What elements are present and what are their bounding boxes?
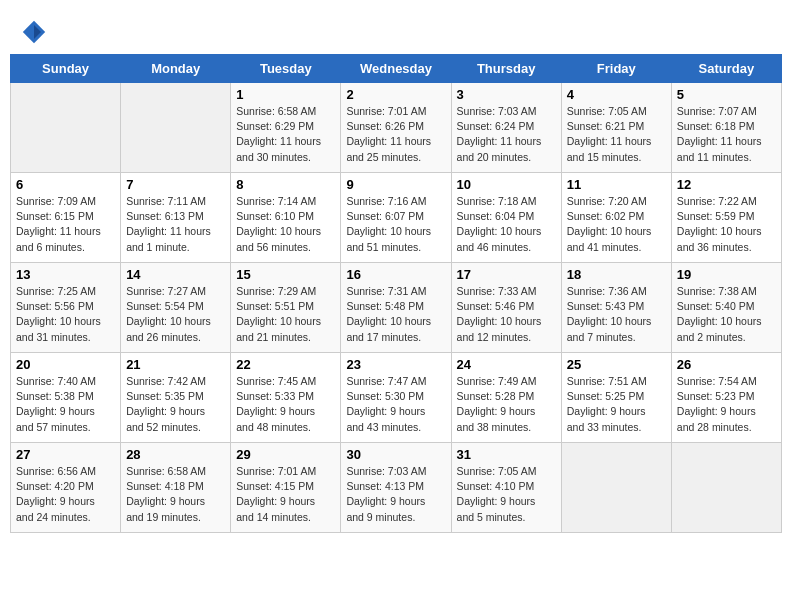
day-number: 2 — [346, 87, 445, 102]
calendar-cell: 13Sunrise: 7:25 AM Sunset: 5:56 PM Dayli… — [11, 263, 121, 353]
calendar-cell: 9Sunrise: 7:16 AM Sunset: 6:07 PM Daylig… — [341, 173, 451, 263]
day-number: 30 — [346, 447, 445, 462]
day-detail: Sunrise: 7:01 AM Sunset: 4:15 PM Dayligh… — [236, 464, 335, 525]
day-header-wednesday: Wednesday — [341, 55, 451, 83]
day-detail: Sunrise: 7:49 AM Sunset: 5:28 PM Dayligh… — [457, 374, 556, 435]
day-detail: Sunrise: 6:58 AM Sunset: 6:29 PM Dayligh… — [236, 104, 335, 165]
day-number: 11 — [567, 177, 666, 192]
calendar-cell: 16Sunrise: 7:31 AM Sunset: 5:48 PM Dayli… — [341, 263, 451, 353]
day-header-friday: Friday — [561, 55, 671, 83]
day-number: 22 — [236, 357, 335, 372]
day-detail: Sunrise: 7:38 AM Sunset: 5:40 PM Dayligh… — [677, 284, 776, 345]
day-number: 15 — [236, 267, 335, 282]
day-detail: Sunrise: 7:05 AM Sunset: 6:21 PM Dayligh… — [567, 104, 666, 165]
calendar-cell: 26Sunrise: 7:54 AM Sunset: 5:23 PM Dayli… — [671, 353, 781, 443]
calendar-cell — [121, 83, 231, 173]
day-number: 9 — [346, 177, 445, 192]
day-header-sunday: Sunday — [11, 55, 121, 83]
day-number: 21 — [126, 357, 225, 372]
calendar-cell: 31Sunrise: 7:05 AM Sunset: 4:10 PM Dayli… — [451, 443, 561, 533]
calendar-cell: 27Sunrise: 6:56 AM Sunset: 4:20 PM Dayli… — [11, 443, 121, 533]
day-detail: Sunrise: 7:18 AM Sunset: 6:04 PM Dayligh… — [457, 194, 556, 255]
day-detail: Sunrise: 7:22 AM Sunset: 5:59 PM Dayligh… — [677, 194, 776, 255]
calendar-cell: 28Sunrise: 6:58 AM Sunset: 4:18 PM Dayli… — [121, 443, 231, 533]
day-detail: Sunrise: 7:20 AM Sunset: 6:02 PM Dayligh… — [567, 194, 666, 255]
calendar-cell — [561, 443, 671, 533]
day-number: 28 — [126, 447, 225, 462]
day-number: 5 — [677, 87, 776, 102]
day-number: 17 — [457, 267, 556, 282]
day-number: 3 — [457, 87, 556, 102]
day-number: 14 — [126, 267, 225, 282]
calendar-cell: 12Sunrise: 7:22 AM Sunset: 5:59 PM Dayli… — [671, 173, 781, 263]
calendar-cell: 22Sunrise: 7:45 AM Sunset: 5:33 PM Dayli… — [231, 353, 341, 443]
calendar-cell: 21Sunrise: 7:42 AM Sunset: 5:35 PM Dayli… — [121, 353, 231, 443]
calendar-cell: 30Sunrise: 7:03 AM Sunset: 4:13 PM Dayli… — [341, 443, 451, 533]
day-number: 25 — [567, 357, 666, 372]
week-row-5: 27Sunrise: 6:56 AM Sunset: 4:20 PM Dayli… — [11, 443, 782, 533]
calendar-cell: 5Sunrise: 7:07 AM Sunset: 6:18 PM Daylig… — [671, 83, 781, 173]
calendar-cell: 11Sunrise: 7:20 AM Sunset: 6:02 PM Dayli… — [561, 173, 671, 263]
day-detail: Sunrise: 7:11 AM Sunset: 6:13 PM Dayligh… — [126, 194, 225, 255]
day-number: 26 — [677, 357, 776, 372]
day-detail: Sunrise: 7:25 AM Sunset: 5:56 PM Dayligh… — [16, 284, 115, 345]
day-number: 19 — [677, 267, 776, 282]
day-detail: Sunrise: 7:29 AM Sunset: 5:51 PM Dayligh… — [236, 284, 335, 345]
calendar-cell: 20Sunrise: 7:40 AM Sunset: 5:38 PM Dayli… — [11, 353, 121, 443]
week-row-4: 20Sunrise: 7:40 AM Sunset: 5:38 PM Dayli… — [11, 353, 782, 443]
calendar-cell — [671, 443, 781, 533]
day-number: 27 — [16, 447, 115, 462]
calendar-cell: 6Sunrise: 7:09 AM Sunset: 6:15 PM Daylig… — [11, 173, 121, 263]
day-header-thursday: Thursday — [451, 55, 561, 83]
day-detail: Sunrise: 7:07 AM Sunset: 6:18 PM Dayligh… — [677, 104, 776, 165]
header — [10, 10, 782, 50]
day-header-monday: Monday — [121, 55, 231, 83]
day-detail: Sunrise: 7:03 AM Sunset: 6:24 PM Dayligh… — [457, 104, 556, 165]
day-number: 10 — [457, 177, 556, 192]
day-detail: Sunrise: 7:36 AM Sunset: 5:43 PM Dayligh… — [567, 284, 666, 345]
day-detail: Sunrise: 7:14 AM Sunset: 6:10 PM Dayligh… — [236, 194, 335, 255]
day-detail: Sunrise: 7:33 AM Sunset: 5:46 PM Dayligh… — [457, 284, 556, 345]
day-header-tuesday: Tuesday — [231, 55, 341, 83]
week-row-3: 13Sunrise: 7:25 AM Sunset: 5:56 PM Dayli… — [11, 263, 782, 353]
calendar-cell: 24Sunrise: 7:49 AM Sunset: 5:28 PM Dayli… — [451, 353, 561, 443]
day-header-saturday: Saturday — [671, 55, 781, 83]
day-number: 24 — [457, 357, 556, 372]
calendar-cell: 23Sunrise: 7:47 AM Sunset: 5:30 PM Dayli… — [341, 353, 451, 443]
day-detail: Sunrise: 7:51 AM Sunset: 5:25 PM Dayligh… — [567, 374, 666, 435]
calendar-cell: 14Sunrise: 7:27 AM Sunset: 5:54 PM Dayli… — [121, 263, 231, 353]
calendar-table: SundayMondayTuesdayWednesdayThursdayFrid… — [10, 54, 782, 533]
day-number: 6 — [16, 177, 115, 192]
day-number: 29 — [236, 447, 335, 462]
day-number: 1 — [236, 87, 335, 102]
calendar-header-row: SundayMondayTuesdayWednesdayThursdayFrid… — [11, 55, 782, 83]
calendar-cell: 15Sunrise: 7:29 AM Sunset: 5:51 PM Dayli… — [231, 263, 341, 353]
day-detail: Sunrise: 7:47 AM Sunset: 5:30 PM Dayligh… — [346, 374, 445, 435]
calendar-cell: 18Sunrise: 7:36 AM Sunset: 5:43 PM Dayli… — [561, 263, 671, 353]
calendar-cell: 7Sunrise: 7:11 AM Sunset: 6:13 PM Daylig… — [121, 173, 231, 263]
day-detail: Sunrise: 7:09 AM Sunset: 6:15 PM Dayligh… — [16, 194, 115, 255]
day-number: 23 — [346, 357, 445, 372]
calendar-cell: 1Sunrise: 6:58 AM Sunset: 6:29 PM Daylig… — [231, 83, 341, 173]
logo-icon — [20, 18, 48, 46]
day-detail: Sunrise: 7:05 AM Sunset: 4:10 PM Dayligh… — [457, 464, 556, 525]
week-row-2: 6Sunrise: 7:09 AM Sunset: 6:15 PM Daylig… — [11, 173, 782, 263]
calendar-cell: 19Sunrise: 7:38 AM Sunset: 5:40 PM Dayli… — [671, 263, 781, 353]
day-number: 31 — [457, 447, 556, 462]
calendar-cell: 8Sunrise: 7:14 AM Sunset: 6:10 PM Daylig… — [231, 173, 341, 263]
calendar-cell — [11, 83, 121, 173]
day-detail: Sunrise: 7:45 AM Sunset: 5:33 PM Dayligh… — [236, 374, 335, 435]
day-number: 7 — [126, 177, 225, 192]
day-detail: Sunrise: 6:56 AM Sunset: 4:20 PM Dayligh… — [16, 464, 115, 525]
day-detail: Sunrise: 7:03 AM Sunset: 4:13 PM Dayligh… — [346, 464, 445, 525]
day-detail: Sunrise: 7:16 AM Sunset: 6:07 PM Dayligh… — [346, 194, 445, 255]
day-number: 18 — [567, 267, 666, 282]
day-number: 4 — [567, 87, 666, 102]
day-number: 20 — [16, 357, 115, 372]
calendar-cell: 17Sunrise: 7:33 AM Sunset: 5:46 PM Dayli… — [451, 263, 561, 353]
day-detail: Sunrise: 7:01 AM Sunset: 6:26 PM Dayligh… — [346, 104, 445, 165]
day-number: 13 — [16, 267, 115, 282]
day-detail: Sunrise: 6:58 AM Sunset: 4:18 PM Dayligh… — [126, 464, 225, 525]
day-detail: Sunrise: 7:27 AM Sunset: 5:54 PM Dayligh… — [126, 284, 225, 345]
calendar-cell: 25Sunrise: 7:51 AM Sunset: 5:25 PM Dayli… — [561, 353, 671, 443]
